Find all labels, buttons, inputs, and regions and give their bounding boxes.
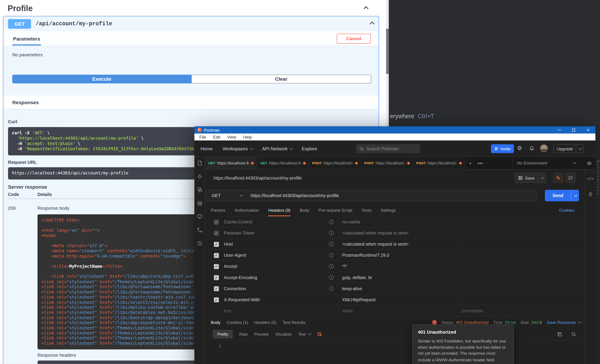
- header-row[interactable]: ✓Cache-Controlino-cache: [210, 217, 585, 228]
- row-checkbox[interactable]: ✓: [214, 219, 219, 224]
- cookies-link[interactable]: Cookies: [559, 208, 574, 212]
- tab-headers-9[interactable]: Headers (9): [268, 205, 290, 216]
- tab-authorization[interactable]: Authorization: [234, 205, 259, 216]
- search-response-icon[interactable]: [572, 331, 576, 338]
- collections-icon[interactable]: [197, 160, 202, 166]
- menu-file[interactable]: File: [196, 135, 210, 140]
- tab-tests[interactable]: Tests: [362, 205, 371, 216]
- search-input[interactable]: [366, 146, 417, 151]
- tab-params[interactable]: Params: [211, 205, 225, 216]
- save-response-link[interactable]: Save Response: [547, 320, 580, 325]
- error-indicator-icon[interactable]: !: [432, 320, 437, 325]
- menu-edit[interactable]: Edit: [210, 135, 224, 140]
- response-tab-test-results[interactable]: Test Results: [283, 320, 305, 325]
- row-checkbox[interactable]: ✓: [214, 242, 219, 246]
- clear-button[interactable]: Clear: [191, 75, 371, 84]
- request-tab-2[interactable]: GEThttps://localhost:443: [257, 157, 309, 169]
- url-input[interactable]: [246, 190, 537, 201]
- request-tab-5[interactable]: POSThttps://localhost:44:: [413, 157, 465, 169]
- tab-settings[interactable]: Settings: [381, 205, 396, 216]
- history-icon[interactable]: [197, 241, 202, 246]
- row-checkbox[interactable]: ✓: [214, 231, 219, 235]
- header-description[interactable]: Description: [461, 308, 483, 313]
- maximize-button[interactable]: [566, 126, 581, 134]
- new-tab-button[interactable]: +: [465, 157, 475, 169]
- nav-explore[interactable]: Explore: [302, 146, 317, 151]
- request-tab-4[interactable]: POSThttps://localhost:44:: [361, 157, 413, 169]
- header-row[interactable]: ✓User-AgentiPostmanRuntime/7.29.0: [210, 250, 585, 261]
- comment-button[interactable]: [566, 173, 576, 183]
- environments-icon[interactable]: [197, 187, 202, 192]
- view-tab-visualize[interactable]: Visualize: [275, 332, 292, 336]
- row-checkbox[interactable]: ✓: [214, 264, 219, 269]
- header-row[interactable]: ✓Hosti<calculated when request is sent>: [210, 239, 585, 250]
- upgrade-dropdown[interactable]: [576, 145, 583, 153]
- execute-button[interactable]: Execute: [12, 75, 191, 84]
- nav-workspaces[interactable]: Workspaces: [223, 146, 252, 151]
- header-row[interactable]: ✓Accepti*/*: [210, 261, 585, 272]
- environment-selector[interactable]: No Environment: [513, 157, 579, 169]
- send-button[interactable]: Send: [545, 190, 579, 201]
- tab-pre-request-script[interactable]: Pre-request Script: [319, 205, 352, 216]
- menu-view[interactable]: View: [224, 135, 240, 140]
- nav-api-network[interactable]: API Network: [262, 146, 292, 151]
- row-checkbox[interactable]: ✓: [214, 275, 219, 280]
- ide-right-toolwindow-tab[interactable]: Notifications: [596, 160, 600, 196]
- save-button[interactable]: Save: [515, 173, 546, 183]
- response-tab-headers-5[interactable]: Headers (5): [254, 320, 276, 325]
- chevron-up-icon[interactable]: [370, 21, 375, 26]
- view-tab-pretty[interactable]: Pretty: [213, 330, 233, 338]
- main-area: GEThttps://localhost:443GEThttps://local…: [205, 157, 595, 364]
- row-checkbox[interactable]: ✓: [214, 286, 219, 291]
- notifications-bell-icon[interactable]: [529, 145, 534, 152]
- menu-help[interactable]: Help: [240, 135, 255, 140]
- user-avatar[interactable]: [540, 144, 548, 152]
- minimize-button[interactable]: [552, 126, 566, 134]
- send-dropdown[interactable]: [571, 190, 579, 201]
- environment-preview-eye-icon[interactable]: [585, 160, 593, 167]
- invite-button[interactable]: Invite: [491, 144, 514, 153]
- row-checkbox[interactable]: ✓: [214, 297, 219, 302]
- header-key[interactable]: Key: [224, 308, 231, 313]
- close-button[interactable]: ×: [581, 126, 596, 134]
- request-tab-3[interactable]: POSThttps://localhost:44:: [309, 157, 361, 169]
- header-row[interactable]: ✓X-Requested-WithXMLHttpRequest: [210, 294, 585, 306]
- global-search-box[interactable]: [356, 144, 420, 153]
- scrollbar-thumb[interactable]: [386, 28, 389, 74]
- flows-icon[interactable]: [197, 227, 202, 233]
- method-select[interactable]: GET: [205, 190, 246, 201]
- swagger-section-header[interactable]: Profile: [0, 0, 386, 15]
- new-header-row[interactable]: ✓KeyValueDescription: [210, 306, 585, 317]
- cancel-button[interactable]: Cancel: [337, 33, 371, 43]
- format-select[interactable]: Text: [298, 332, 310, 336]
- rename-button[interactable]: ✎: [553, 173, 563, 183]
- copy-response-icon[interactable]: [557, 331, 562, 338]
- monitors-icon[interactable]: [197, 214, 202, 219]
- row-checkbox[interactable]: ✓: [214, 253, 219, 258]
- window-titlebar[interactable]: Postman ×: [194, 126, 595, 134]
- upgrade-button[interactable]: Upgrade: [553, 144, 584, 153]
- mock-servers-icon[interactable]: [197, 201, 202, 206]
- view-tab-raw[interactable]: Raw: [239, 332, 247, 336]
- header-row[interactable]: ✓Postman-Tokeni<calculated when request …: [210, 228, 585, 239]
- view-tab-preview[interactable]: Preview: [254, 332, 269, 336]
- parameters-tab[interactable]: Parameters: [12, 31, 41, 45]
- header-row[interactable]: ✓Connectionikeep-alive: [210, 283, 585, 294]
- save-dropdown[interactable]: [538, 173, 546, 182]
- operation-summary[interactable]: GET /api/account/my-profile: [4, 16, 379, 31]
- chevron-up-icon[interactable]: [364, 6, 368, 11]
- postman-logo-icon: [197, 128, 202, 132]
- response-tab-body[interactable]: Body: [211, 320, 220, 325]
- settings-gear-icon[interactable]: ⚙: [517, 145, 522, 152]
- response-tab-cookies-1[interactable]: Cookies (1): [226, 320, 248, 325]
- more-tabs-button[interactable]: •••: [475, 157, 485, 169]
- info-icon: i: [329, 242, 334, 246]
- apis-icon[interactable]: [197, 174, 202, 179]
- request-tab-1[interactable]: GEThttps://localhost:443: [205, 157, 257, 169]
- nav-home[interactable]: Home: [201, 146, 213, 151]
- tab-body[interactable]: Body: [300, 205, 309, 216]
- header-value[interactable]: Value: [342, 308, 353, 313]
- response-body-area[interactable]: 1: [205, 340, 595, 364]
- header-row[interactable]: ✓Accept-Encodingigzip, deflate, br: [210, 272, 585, 283]
- wrap-text-icon[interactable]: [317, 331, 322, 336]
